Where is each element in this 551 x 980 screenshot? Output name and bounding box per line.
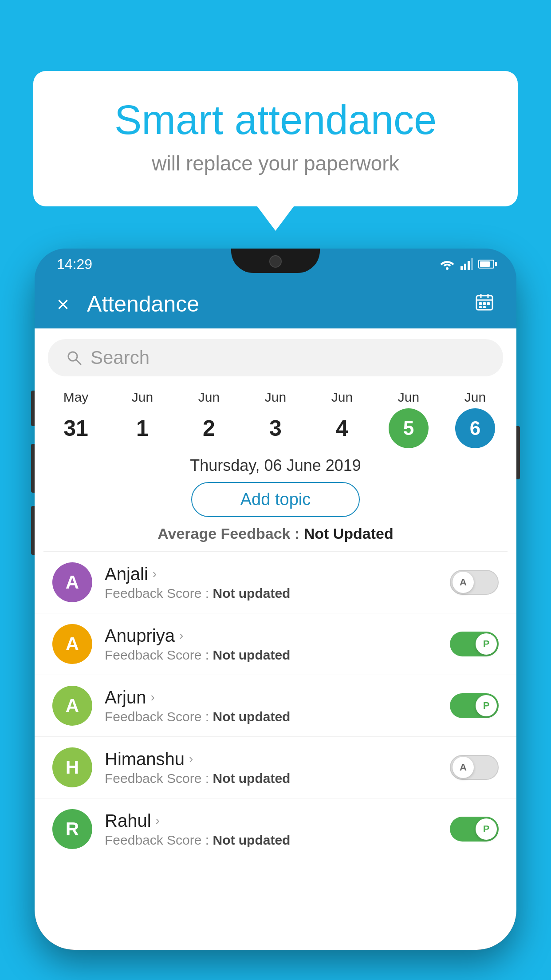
student-feedback: Feedback Score : Not updated [105,709,450,724]
date-month: Jun [464,390,486,405]
date-month: Jun [198,390,220,405]
date-month: Jun [331,390,353,405]
avatar: A [52,686,92,726]
phone-screen: Search May31Jun1Jun2Jun3Jun4Jun5Jun6 Thu… [35,328,516,950]
date-cell[interactable]: Jun6 [443,390,508,448]
date-month: Jun [398,390,419,405]
add-topic-button[interactable]: Add topic [191,482,360,517]
attendance-toggle[interactable]: A [450,755,499,780]
chevron-right-icon: › [150,690,154,704]
table-row[interactable]: HHimanshu ›Feedback Score : Not updatedA [35,737,516,798]
date-number: 3 [256,408,295,448]
svg-rect-3 [468,261,470,270]
feedback-value: Not updated [213,648,290,662]
date-month: Jun [265,390,286,405]
battery-icon [478,260,494,269]
student-name: Arjun › [105,688,450,707]
header-title: Attendance [87,291,475,317]
close-button[interactable]: × [57,292,69,316]
svg-rect-9 [479,302,482,305]
attendance-toggle[interactable]: A [450,570,499,595]
student-name: Rahul › [105,811,450,831]
feedback-value: Not updated [213,833,290,847]
svg-rect-11 [479,306,482,308]
speech-bubble: Smart attendance will replace your paper… [33,71,518,206]
date-cell[interactable]: Jun3 [243,390,308,448]
avatar: H [52,747,92,787]
student-feedback: Feedback Score : Not updated [105,771,450,786]
date-cell[interactable]: Jun5 [376,390,441,448]
student-feedback: Feedback Score : Not updated [105,586,450,601]
student-name: Himanshu › [105,749,450,769]
chevron-right-icon: › [179,628,183,643]
svg-line-15 [76,360,81,364]
table-row[interactable]: AAnjali ›Feedback Score : Not updatedA [35,552,516,613]
app-header: × Attendance [35,280,516,328]
calendar-icon[interactable] [475,292,494,316]
date-cell[interactable]: May31 [43,390,108,448]
feedback-value: Not updated [213,709,290,724]
date-number: 5 [389,408,429,448]
svg-rect-13 [487,302,490,305]
bubble-title: Smart attendance [69,98,482,142]
toggle-knob: A [453,572,474,593]
phone-camera [269,255,282,268]
table-row[interactable]: AArjun ›Feedback Score : Not updatedP [35,675,516,737]
phone-notch [231,249,320,273]
phone-wrapper: 14:29 [35,249,516,980]
avg-feedback-label: Average Feedback : [157,525,303,542]
date-number: 6 [455,408,495,448]
chevron-right-icon: › [156,814,160,828]
bubble-subtitle: will replace your paperwork [69,151,482,175]
student-feedback: Feedback Score : Not updated [105,833,450,848]
attendance-toggle[interactable]: P [450,817,499,842]
avg-feedback-value: Not Updated [304,525,394,542]
date-month: Jun [132,390,153,405]
date-cell[interactable]: Jun2 [177,390,241,448]
chevron-right-icon: › [189,752,193,766]
date-cell[interactable]: Jun4 [310,390,374,448]
feedback-value: Not updated [213,586,290,601]
date-number: 4 [322,408,362,448]
avatar: A [52,624,92,664]
toggle-knob: A [453,757,474,778]
svg-rect-1 [460,266,463,270]
avatar: A [52,562,92,602]
search-bar[interactable]: Search [48,339,503,376]
search-input[interactable]: Search [91,347,150,368]
student-name: Anupriya › [105,626,450,646]
chevron-right-icon: › [153,567,157,581]
svg-rect-4 [471,258,473,270]
signal-icon [460,258,473,270]
wifi-icon [439,258,455,270]
attendance-toggle[interactable]: P [450,693,499,718]
avatar: R [52,809,92,849]
student-list: AAnjali ›Feedback Score : Not updatedAAA… [35,552,516,860]
toggle-knob: P [476,818,497,840]
selected-date-label: Thursday, 06 June 2019 [35,456,516,475]
status-icons [439,258,494,270]
attendance-toggle[interactable]: P [450,632,499,656]
date-month: May [63,390,89,405]
toggle-knob: P [476,633,497,655]
student-name: Anjali › [105,564,450,584]
status-time: 14:29 [57,256,92,273]
svg-rect-2 [464,264,466,270]
date-cell[interactable]: Jun1 [110,390,175,448]
phone-frame: 14:29 [35,249,516,950]
speech-bubble-container: Smart attendance will replace your paper… [33,71,518,206]
toggle-knob: P [476,695,497,716]
date-number: 2 [189,408,229,448]
date-number: 31 [56,408,96,448]
table-row[interactable]: RRahul ›Feedback Score : Not updatedP [35,798,516,860]
date-strip: May31Jun1Jun2Jun3Jun4Jun5Jun6 [35,385,516,448]
table-row[interactable]: AAnupriya ›Feedback Score : Not updatedP [35,613,516,675]
student-feedback: Feedback Score : Not updated [105,648,450,663]
svg-rect-12 [483,306,486,308]
avg-feedback: Average Feedback : Not Updated [35,525,516,542]
feedback-value: Not updated [213,771,290,786]
svg-rect-10 [483,302,486,305]
search-icon [66,349,83,366]
date-number: 1 [122,408,162,448]
svg-point-0 [446,267,449,270]
